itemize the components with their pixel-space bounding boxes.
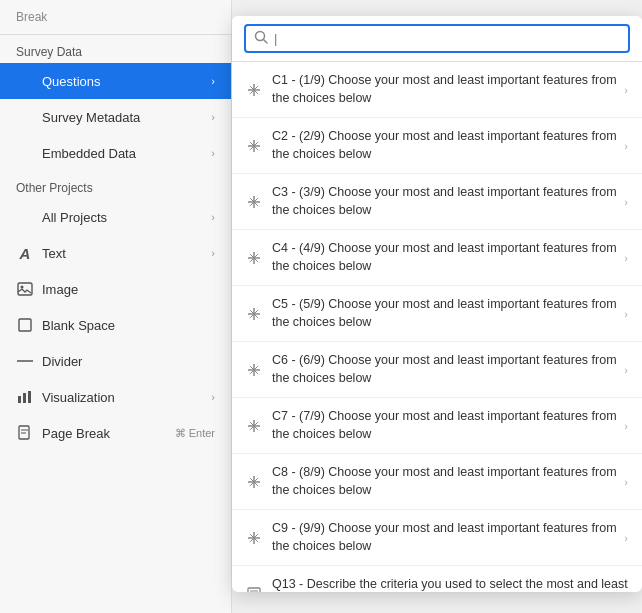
sidebar-item-page-break[interactable]: Page Break ⌘ Enter: [0, 415, 231, 451]
search-input[interactable]: [274, 31, 620, 46]
svg-line-9: [264, 40, 268, 44]
c1-chevron: ›: [624, 84, 628, 96]
survey-metadata-icon: [16, 108, 34, 126]
text-chevron: ›: [211, 247, 215, 259]
sidebar-item-embedded-data[interactable]: Embedded Data ›: [0, 135, 231, 171]
svg-rect-4: [18, 396, 21, 403]
c2-label: C2 - (2/9) Choose your most and least im…: [272, 128, 618, 163]
dropdown-item-c2[interactable]: C2 - (2/9) Choose your most and least im…: [232, 118, 642, 174]
dropdown-item-c9[interactable]: C9 - (9/9) Choose your most and least im…: [232, 510, 642, 566]
page-break-shortcut: ⌘ Enter: [175, 427, 215, 440]
c5-label: C5 - (5/9) Choose your most and least im…: [272, 296, 618, 331]
c7-chevron: ›: [624, 420, 628, 432]
sidebar-item-all-projects[interactable]: All Projects ›: [0, 199, 231, 235]
all-projects-label: All Projects: [42, 210, 107, 225]
dropdown-item-c5[interactable]: C5 - (5/9) Choose your most and least im…: [232, 286, 642, 342]
questions-dropdown: C1 - (1/9) Choose your most and least im…: [232, 16, 642, 592]
c3-label: C3 - (3/9) Choose your most and least im…: [272, 184, 618, 219]
svg-rect-2: [19, 319, 31, 331]
questions-label: Questions: [42, 74, 101, 89]
c6-chevron: ›: [624, 364, 628, 376]
c5-icon: [246, 307, 262, 321]
other-projects-header: Other Projects: [0, 171, 231, 199]
sidebar-item-image[interactable]: Image: [0, 271, 231, 307]
sidebar-item-blank-space[interactable]: Blank Space: [0, 307, 231, 343]
c5-chevron: ›: [624, 308, 628, 320]
page-break-icon: [16, 424, 34, 442]
c1-icon: [246, 83, 262, 97]
c6-icon: [246, 363, 262, 377]
questions-icon: [16, 72, 34, 90]
q13-icon: [246, 587, 262, 593]
image-icon: [16, 280, 34, 298]
search-icon: [254, 30, 268, 47]
survey-metadata-label: Survey Metadata: [42, 110, 140, 125]
visualization-label: Visualization: [42, 390, 115, 405]
c7-label: C7 - (7/9) Choose your most and least im…: [272, 408, 618, 443]
dropdown-list: C1 - (1/9) Choose your most and least im…: [232, 62, 642, 592]
text-icon: A: [16, 244, 34, 262]
svg-rect-46: [248, 588, 260, 593]
c4-chevron: ›: [624, 252, 628, 264]
c8-icon: [246, 475, 262, 489]
questions-chevron: ›: [211, 75, 215, 87]
c3-chevron: ›: [624, 196, 628, 208]
page-break-label: Page Break: [42, 426, 110, 441]
dropdown-item-c8[interactable]: C8 - (8/9) Choose your most and least im…: [232, 454, 642, 510]
c6-label: C6 - (6/9) Choose your most and least im…: [272, 352, 618, 387]
sidebar-item-survey-metadata[interactable]: Survey Metadata ›: [0, 99, 231, 135]
c9-label: C9 - (9/9) Choose your most and least im…: [272, 520, 618, 555]
embedded-data-chevron: ›: [211, 147, 215, 159]
embedded-data-label: Embedded Data: [42, 146, 136, 161]
c2-icon: [246, 139, 262, 153]
c4-icon: [246, 251, 262, 265]
search-bar[interactable]: [232, 16, 642, 62]
visualization-icon: [16, 388, 34, 406]
c4-label: C4 - (4/9) Choose your most and least im…: [272, 240, 618, 275]
sidebar-item-questions[interactable]: Questions ›: [0, 63, 231, 99]
all-projects-chevron: ›: [211, 211, 215, 223]
dropdown-item-q13[interactable]: Q13 - Describe the criteria you used to …: [232, 566, 642, 592]
survey-metadata-chevron: ›: [211, 111, 215, 123]
sidebar-item-text[interactable]: A Text ›: [0, 235, 231, 271]
visualization-chevron: ›: [211, 391, 215, 403]
divider-icon: [16, 352, 34, 370]
q13-label: Q13 - Describe the criteria you used to …: [272, 576, 628, 592]
dropdown-item-c6[interactable]: C6 - (6/9) Choose your most and least im…: [232, 342, 642, 398]
svg-rect-6: [28, 391, 31, 403]
dropdown-item-c7[interactable]: C7 - (7/9) Choose your most and least im…: [232, 398, 642, 454]
c9-chevron: ›: [624, 532, 628, 544]
survey-data-header: Survey Data: [0, 35, 231, 63]
c3-icon: [246, 195, 262, 209]
c8-chevron: ›: [624, 476, 628, 488]
sidebar-item-divider[interactable]: Divider: [0, 343, 231, 379]
svg-point-1: [21, 286, 24, 289]
left-panel: Break Survey Data Questions › Survey Met…: [0, 0, 232, 613]
text-label: Text: [42, 246, 66, 261]
dropdown-item-c1[interactable]: C1 - (1/9) Choose your most and least im…: [232, 62, 642, 118]
embedded-data-icon: [16, 144, 34, 162]
blank-space-label: Blank Space: [42, 318, 115, 333]
break-label: Break: [0, 0, 231, 35]
blank-space-icon: [16, 316, 34, 334]
c2-chevron: ›: [624, 140, 628, 152]
svg-rect-0: [18, 283, 32, 295]
dropdown-item-c3[interactable]: C3 - (3/9) Choose your most and least im…: [232, 174, 642, 230]
c7-icon: [246, 419, 262, 433]
c1-label: C1 - (1/9) Choose your most and least im…: [272, 72, 618, 107]
dropdown-item-c4[interactable]: C4 - (4/9) Choose your most and least im…: [232, 230, 642, 286]
c8-label: C8 - (8/9) Choose your most and least im…: [272, 464, 618, 499]
all-projects-icon: [16, 208, 34, 226]
sidebar-item-visualization[interactable]: Visualization ›: [0, 379, 231, 415]
svg-rect-5: [23, 393, 26, 403]
image-label: Image: [42, 282, 78, 297]
c9-icon: [246, 531, 262, 545]
divider-label: Divider: [42, 354, 82, 369]
